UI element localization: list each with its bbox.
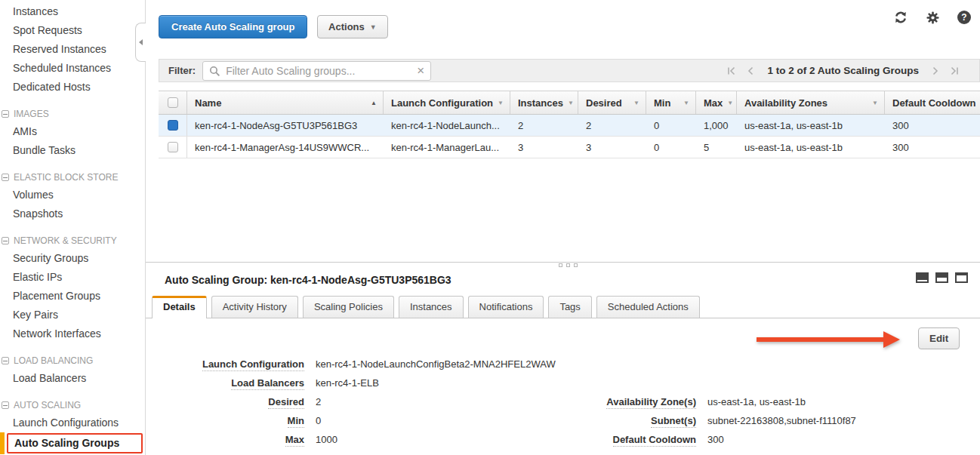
pane-large-bottom-icon[interactable] (955, 272, 968, 283)
sidebar-item-reserved-instances[interactable]: Reserved Instances (0, 40, 145, 59)
next-page-icon[interactable] (930, 66, 941, 76)
column-header-desired[interactable]: Desired▼ (578, 91, 646, 114)
sidebar-item-volumes[interactable]: Volumes (0, 186, 145, 204)
field-label: Min (288, 415, 304, 428)
detail-tabs: DetailsActivity HistoryScaling PoliciesI… (146, 296, 980, 318)
first-page-icon[interactable] (726, 66, 737, 76)
question-mark-icon: ? (957, 11, 971, 24)
tab-activity-history[interactable]: Activity History (211, 296, 298, 318)
edit-button[interactable]: Edit (918, 327, 960, 349)
actions-button-label: Actions (328, 21, 365, 32)
detail-field: Load Balancersken-rc4-1-ELB (165, 374, 556, 392)
sidebar-section-label: AUTO SCALING (14, 400, 81, 410)
chevron-down-icon: ▼ (568, 100, 574, 106)
refresh-icon[interactable] (893, 10, 908, 25)
pane-resize-handle[interactable] (559, 263, 578, 267)
sidebar-item-scheduled-instances[interactable]: Scheduled Instances (0, 59, 145, 78)
field-label: Launch Configuration (202, 358, 304, 371)
sidebar-item-placement-groups[interactable]: Placement Groups (0, 287, 145, 306)
cell-max: 1,000 (696, 115, 737, 136)
sidebar-item-amis[interactable]: AMIs (0, 122, 145, 141)
column-header-min[interactable]: Min▼ (646, 91, 696, 114)
tab-tags[interactable]: Tags (548, 296, 591, 318)
toolbar: Create Auto Scaling group Actions▼ (159, 15, 980, 39)
tab-details[interactable]: Details (152, 296, 207, 318)
column-header-label: Max (704, 97, 723, 109)
column-header-label: Availability Zones (744, 97, 827, 109)
tab-instances[interactable]: Instances (399, 296, 464, 318)
field-label: Max (285, 434, 304, 447)
sidebar-item-key-pairs[interactable]: Key Pairs (0, 306, 145, 324)
table-row[interactable]: ken-rc4-1-ManagerAsg-14US9WWCR...ken-rc4… (159, 137, 980, 158)
settings-gear-icon[interactable] (926, 11, 940, 25)
table-row[interactable]: ken-rc4-1-NodeAsg-G5TU3P561BG3ken-rc4-1-… (159, 115, 980, 137)
pagination: 1 to 2 of 2 Auto Scaling Groups (726, 60, 960, 81)
detail-field: Default Cooldown300 (560, 430, 856, 449)
field-value: ken-rc4-1-ELB (316, 377, 379, 389)
filter-input[interactable] (203, 63, 430, 79)
row-checkbox[interactable] (168, 142, 178, 152)
column-header-default-cooldown[interactable]: Default Cooldown▼ (885, 91, 980, 114)
column-header-label: Instances (518, 97, 563, 109)
detail-field: Availability Zone(s)us-east-1a, us-east-… (560, 392, 856, 411)
detail-field: Placement Group (560, 449, 856, 455)
search-box: × (202, 61, 431, 81)
ec2-console-screen: InstancesSpot RequestsReserved Instances… (0, 0, 980, 455)
column-header-launch-configuration[interactable]: Launch Configuration▼ (384, 91, 510, 114)
field-label: Load Balancers (231, 377, 304, 390)
chevron-down-icon: ▼ (370, 23, 377, 31)
sidebar-item-snapshots[interactable]: Snapshots (0, 204, 145, 223)
create-auto-scaling-group-button[interactable]: Create Auto Scaling group (159, 15, 307, 38)
field-value: 300 (707, 434, 724, 445)
pane-small-bottom-icon[interactable] (916, 272, 929, 283)
sidebar-collapse-handle[interactable] (135, 23, 146, 62)
sidebar-item-launch-configurations[interactable]: Launch Configurations (0, 413, 145, 432)
last-page-icon[interactable] (949, 66, 960, 76)
sidebar-item-bundle-tasks[interactable]: Bundle Tasks (0, 141, 145, 160)
select-all-checkbox[interactable] (168, 97, 178, 108)
sidebar-item-spot-requests[interactable]: Spot Requests (0, 21, 145, 40)
cell-max: 5 (696, 137, 737, 158)
sidebar-item-instances[interactable]: Instances (0, 2, 145, 21)
previous-page-icon[interactable] (745, 66, 756, 76)
pane-medium-bottom-icon[interactable] (935, 272, 948, 283)
column-header-label: Launch Configuration (391, 97, 493, 109)
cell-min: 0 (646, 137, 696, 158)
collapse-section-icon (2, 110, 9, 118)
field-label: Availability Zone(s) (606, 396, 696, 409)
collapse-left-icon (139, 39, 143, 45)
sidebar-item-auto-scaling-groups[interactable]: Auto Scaling Groups (7, 433, 143, 453)
sidebar-item-elastic-ips[interactable]: Elastic IPs (0, 268, 145, 287)
pagination-text: 1 to 2 of 2 Auto Scaling Groups (767, 65, 919, 76)
sidebar-section-elastic-block-store[interactable]: ELASTIC BLOCK STORE (0, 169, 145, 186)
chevron-down-icon: ▼ (498, 100, 504, 106)
sidebar-item-load-balancers[interactable]: Load Balancers (0, 369, 145, 388)
column-header-availability-zones[interactable]: Availability Zones▼ (737, 91, 885, 114)
sidebar-item-network-interfaces[interactable]: Network Interfaces (0, 324, 145, 343)
sidebar-section-network-security[interactable]: NETWORK & SECURITY (0, 232, 145, 249)
detail-field: Desired2 (165, 392, 556, 411)
clear-filter-icon[interactable]: × (417, 63, 424, 78)
sidebar-section-load-balancing[interactable]: LOAD BALANCING (0, 352, 145, 369)
cell-name: ken-rc4-1-ManagerAsg-14US9WWCR... (187, 137, 384, 158)
column-header-name[interactable]: Name▲ (187, 91, 384, 114)
column-header-max[interactable]: Max▼ (696, 91, 737, 114)
tab-scheduled-actions[interactable]: Scheduled Actions (596, 296, 700, 318)
sidebar-section-images[interactable]: IMAGES (0, 106, 145, 122)
sidebar-list: InstancesSpot RequestsReserved Instances… (0, 2, 145, 453)
sidebar-section-auto-scaling[interactable]: AUTO SCALING (0, 397, 145, 413)
tab-notifications[interactable]: Notifications (468, 296, 544, 318)
search-icon (209, 66, 220, 79)
column-header-instances[interactable]: Instances▼ (510, 91, 578, 114)
row-checkbox[interactable] (168, 120, 178, 131)
sidebar-item-security-groups[interactable]: Security Groups (0, 249, 145, 268)
tab-scaling-policies[interactable]: Scaling Policies (303, 296, 394, 318)
detail-field: Health Check TypeEC2 (165, 449, 556, 455)
asg-table: Name▲Launch Configuration▼Instances▼Desi… (159, 91, 980, 158)
cell-desired: 3 (578, 137, 646, 158)
cell-default-cooldown: 300 (885, 115, 980, 136)
actions-button[interactable]: Actions▼ (317, 15, 388, 38)
help-icon[interactable]: ? (957, 11, 971, 24)
sidebar-item-dedicated-hosts[interactable]: Dedicated Hosts (0, 78, 145, 97)
select-all-cell (159, 91, 187, 114)
